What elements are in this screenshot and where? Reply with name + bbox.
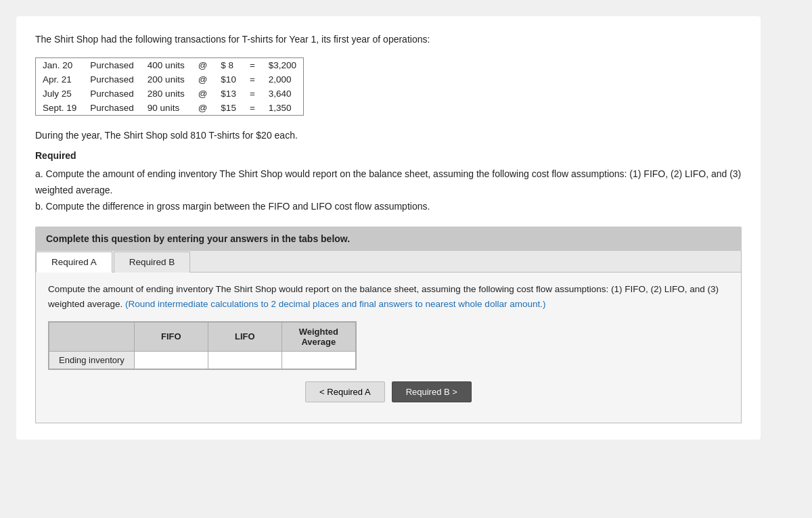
intro-text: The Shirt Shop had the following transac… [35,32,742,47]
weighted-avg-input[interactable] [292,355,346,365]
page-container: The Shirt Shop had the following transac… [16,16,761,440]
tab-required-a[interactable]: Required A [36,252,112,273]
highlight-note: (Round intermediate calculations to 2 de… [125,299,545,309]
requirements-list: a. Compute the amount of ending inventor… [35,166,742,214]
fifo-input[interactable] [144,355,198,365]
sold-text: During the year, The Shirt Shop sold 810… [35,130,742,141]
requirement-a: a. Compute the amount of ending inventor… [35,166,742,199]
transactions-table: Jan. 20Purchased400 units@$ 8=$3,200Apr.… [35,57,304,116]
next-button[interactable]: Required B > [392,381,472,402]
row-label-ending-inventory: Ending inventory [49,351,135,369]
col-header-lifo: LIFO [208,322,281,351]
weighted-avg-input-cell[interactable] [281,351,355,369]
tabs-row: Required A Required B [36,251,741,273]
transaction-row: Sept. 19Purchased90 units@$15=1,350 [36,101,303,115]
transaction-row: Jan. 20Purchased400 units@$ 8=$3,200 [36,58,303,72]
requirement-b: b. Compute the difference in gross margi… [35,199,742,215]
table-row: Ending inventory [49,351,356,369]
tabs-and-content: Required A Required B Compute the amount… [35,251,742,423]
answer-table-container: FIFO LIFO WeightedAverage Ending invento… [48,321,357,370]
prev-button[interactable]: < Required A [305,381,385,402]
transaction-row: Apr. 21Purchased200 units@$10=2,000 [36,72,303,87]
lifo-input[interactable] [218,355,272,365]
nav-buttons-row: < Required A Required B > [48,381,729,402]
answer-table: FIFO LIFO WeightedAverage Ending invento… [49,322,356,369]
transaction-row: July 25Purchased280 units@$13=3,640 [36,87,303,101]
tab-required-b[interactable]: Required B [114,252,191,273]
tab-description: Compute the amount of ending inventory T… [48,282,729,311]
lifo-input-cell[interactable] [208,351,281,369]
required-heading: Required [35,150,742,161]
fifo-input-cell[interactable] [134,351,208,369]
col-header-blank [49,322,135,351]
complete-banner: Complete this question by entering your … [35,227,742,251]
col-header-weighted: WeightedAverage [281,322,355,351]
tab-a-content: Compute the amount of ending inventory T… [36,273,741,408]
col-header-fifo: FIFO [134,322,208,351]
